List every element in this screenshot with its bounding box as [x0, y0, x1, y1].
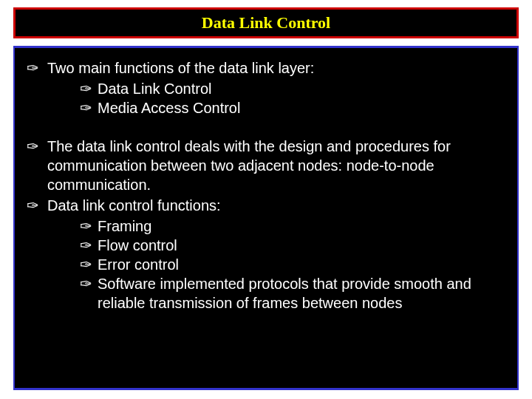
- bullet-item: ✑ The data link control deals with the d…: [25, 137, 504, 194]
- bullet-icon: ✑: [25, 137, 47, 194]
- sub-bullet-item: ✑ Error control: [25, 255, 504, 274]
- bullet-icon: ✑: [80, 216, 98, 236]
- bullet-icon: ✑: [80, 255, 98, 274]
- bullet-text: Flow control: [98, 236, 504, 255]
- bullet-text: Error control: [98, 255, 504, 274]
- spacer: [25, 117, 504, 137]
- sub-bullet-item: ✑ Flow control: [25, 236, 504, 255]
- bullet-text: Two main functions of the data link laye…: [47, 58, 504, 78]
- bullet-text: Media Access Control: [98, 98, 504, 117]
- bullet-text: Data link control functions:: [47, 196, 504, 215]
- bullet-icon: ✑: [25, 58, 47, 78]
- bullet-text: The data link control deals with the des…: [47, 137, 504, 194]
- sub-bullet-item: ✑ Framing: [25, 216, 504, 236]
- bullet-text: Software implemented protocols that prov…: [98, 274, 504, 313]
- bullet-item: ✑ Data link control functions:: [25, 196, 504, 215]
- sub-bullet-item: ✑ Software implemented protocols that pr…: [25, 274, 504, 313]
- bullet-icon: ✑: [80, 274, 98, 313]
- bullet-text: Data Link Control: [98, 79, 504, 98]
- bullet-icon: ✑: [25, 196, 47, 215]
- bullet-text: Framing: [98, 216, 504, 236]
- bullet-icon: ✑: [80, 236, 98, 255]
- bullet-icon: ✑: [80, 98, 98, 117]
- bullet-icon: ✑: [80, 79, 98, 98]
- slide-title: Data Link Control: [202, 13, 330, 33]
- bullet-item: ✑ Two main functions of the data link la…: [25, 58, 504, 78]
- body-panel: ✑ Two main functions of the data link la…: [13, 46, 519, 390]
- sub-bullet-item: ✑ Media Access Control: [25, 98, 504, 117]
- sub-bullet-item: ✑ Data Link Control: [25, 79, 504, 98]
- title-bar: Data Link Control: [13, 7, 519, 38]
- slide: Data Link Control ✑ Two main functions o…: [0, 0, 532, 399]
